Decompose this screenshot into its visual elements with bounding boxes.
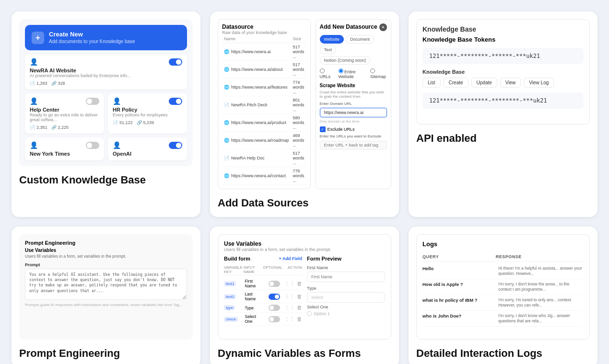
kb-item-helpcenter[interactable]: 👤 Help Center Ready to go an extra mile … — [25, 93, 104, 134]
kb-item-stats: 📄 1,283 🔗 328 — [30, 81, 182, 86]
kb-row-1: 👤 NewRA AI Website AI powered conversati… — [25, 54, 187, 90]
btn-viewlog[interactable]: View Log — [524, 78, 554, 88]
delete-icon[interactable]: 🗑 — [297, 305, 302, 311]
url-cell: 🌐https://www.newra.ai/contact — [222, 167, 291, 185]
card-prompt: Prompt Engineering Use Variables Users f… — [12, 227, 200, 364]
create-new-button[interactable]: + Create New Add documents to your Knowl… — [25, 25, 187, 50]
log-response-text: I'm sorry, I don't know who Jig... answe… — [498, 313, 584, 324]
action-btns: ⋮⋮ 🗑 — [285, 316, 302, 322]
optional-toggle[interactable] — [266, 316, 283, 322]
delete-icon[interactable]: 🗑 — [297, 294, 302, 300]
api-section-title: Knowledge Base Tokens — [422, 36, 584, 43]
exclude-checkbox[interactable]: ✓ — [320, 126, 326, 132]
radio-sitemap[interactable]: Sitemap — [370, 68, 387, 79]
var-badge: text1 — [224, 281, 236, 286]
pe-desc: Users fill variables in a form, set vari… — [25, 254, 187, 259]
ds-close-button[interactable]: ✕ — [379, 23, 387, 31]
kb-item-nytimes[interactable]: 👤 New York Times — [25, 137, 104, 160]
ds-modal: Add New Datasource ✕ Website Document Te… — [316, 19, 391, 189]
dv-table-header: VARIABLE KEY INPUT NAME OPTIONAL ACTION — [224, 264, 302, 275]
log-query-text: How old is Apple ? — [422, 282, 493, 292]
log-row: Hello Hi there! I'm a helpful AI assista… — [422, 263, 584, 279]
col-response: RESPONSE — [496, 254, 584, 259]
exclude-checkbox-row: ✓ Exclude URLs — [320, 126, 387, 132]
var-key-cell: text2 — [224, 294, 243, 299]
globe-icon: 🌐 — [224, 85, 229, 90]
kb-item-stats: 📄 51,122 🔗 5,239 — [113, 120, 182, 125]
ds-modal-title: Add New Datasource — [320, 23, 377, 30]
toggle-text1[interactable] — [269, 281, 280, 287]
kb-item-hrpolicy[interactable]: 👤 HR Policy Every policies for employees… — [108, 93, 187, 134]
drag-icon[interactable]: ⋮⋮ — [284, 305, 295, 311]
delete-icon[interactable]: 🗑 — [297, 281, 302, 287]
card-dynamic-vars: Use Variables Users fill variables in a … — [210, 227, 399, 364]
dv-build-title: Build form — [224, 256, 250, 262]
kb-stat-link: 🔗 2,225 — [51, 125, 69, 130]
btn-list[interactable]: List — [422, 78, 441, 88]
optional-toggle[interactable] — [266, 305, 283, 311]
link-icon: 🔗 — [51, 125, 57, 130]
ds-radio-group: URLs Entire Website Sitemap — [320, 68, 387, 79]
btn-view[interactable]: View — [500, 78, 521, 88]
link-icon: 🔗 — [51, 81, 57, 86]
form-label-firstname: First Name — [307, 265, 385, 270]
toggle-type[interactable] — [269, 305, 280, 311]
pe-subsection: Use Variables — [25, 248, 187, 253]
add-field-button[interactable]: + Add Field — [279, 256, 302, 261]
form-select-type[interactable]: Select — [307, 292, 385, 303]
btn-create[interactable]: Create — [444, 78, 468, 88]
kb-item-newra[interactable]: 👤 NewRA AI Website AI powered conversati… — [25, 54, 187, 90]
toggle-hrpolicy[interactable] — [169, 98, 182, 105]
input-name-cell: Select One — [245, 314, 264, 324]
domain-label: Enter Domain URL — [320, 102, 387, 106]
globe-icon: 🌐 — [224, 120, 229, 125]
radio-urls[interactable]: URLs — [320, 68, 333, 79]
drag-icon[interactable]: ⋮⋮ — [284, 316, 295, 322]
kb-item-name: OpenAI — [113, 151, 182, 157]
toggle-nytimes[interactable] — [86, 142, 99, 149]
kb-item-name: HR Policy — [113, 107, 182, 113]
form-radio-option1: Option 1 — [307, 311, 385, 316]
tab-document[interactable]: Document — [346, 35, 374, 44]
exclude-input[interactable] — [320, 141, 387, 149]
tab-website[interactable]: Website — [320, 35, 344, 44]
scrape-desc: Crawl the entire website that you wish t… — [320, 90, 387, 99]
kb-item-header: 👤 — [30, 97, 99, 105]
radio-entire[interactable]: Entire Website — [339, 68, 365, 79]
kb-item-openai[interactable]: 👤 OpenAI — [108, 137, 187, 160]
toggle-text2[interactable] — [269, 294, 280, 300]
table-row: 🌐https://www.newra.ai/contact776 words .… — [222, 167, 306, 185]
dv-preview-title: Form Preview — [307, 256, 385, 262]
drag-icon[interactable]: ⋮⋮ — [284, 281, 295, 287]
plus-icon: + — [32, 32, 44, 44]
toggle-helpcenter[interactable] — [86, 98, 99, 105]
btn-update[interactable]: Update — [471, 78, 497, 88]
drag-icon[interactable]: ⋮⋮ — [284, 294, 295, 300]
optional-toggle[interactable] — [266, 294, 283, 300]
col-varkey: VARIABLE KEY — [224, 265, 244, 274]
radio-empty[interactable] — [307, 311, 312, 316]
tab-text[interactable]: Text — [320, 46, 337, 54]
pe-prompt-textarea[interactable] — [25, 269, 187, 300]
input-name-cell: Last Name — [245, 292, 264, 301]
optional-toggle[interactable] — [266, 281, 283, 287]
dv-two-col: Build form + Add Field VARIABLE KEY INPU… — [224, 256, 385, 326]
kb-stat-doc: 📄 1,283 — [30, 81, 47, 86]
api-kb-label: Knowledge Base — [422, 69, 584, 75]
col-name: Name — [222, 35, 291, 43]
table-row: 📄NewRA Help Doc517 words ... — [222, 149, 306, 167]
url-cell: 🌐https://www.newra.ai — [222, 43, 291, 61]
ds-content: Datasource Raw data of your knowledge ba… — [218, 19, 391, 189]
ds-panel-title: Datasource — [222, 23, 306, 30]
toggle-check[interactable] — [269, 316, 280, 322]
form-select-one-label: Select One — [307, 305, 385, 309]
card-title-kb: Custom Knowledge Base — [19, 174, 193, 186]
delete-icon[interactable]: 🗑 — [297, 316, 302, 322]
domain-input[interactable] — [320, 108, 387, 117]
kb-item-desc: Ready to go an extra mile to deliver gre… — [30, 113, 99, 122]
toggle-newra[interactable] — [169, 58, 182, 66]
toggle-openai[interactable] — [169, 142, 182, 149]
form-input-firstname[interactable] — [307, 272, 385, 282]
url-cell: 🌐https://www.newra.ai/features — [222, 79, 291, 96]
dv-section-title: Use Variables — [224, 240, 385, 247]
